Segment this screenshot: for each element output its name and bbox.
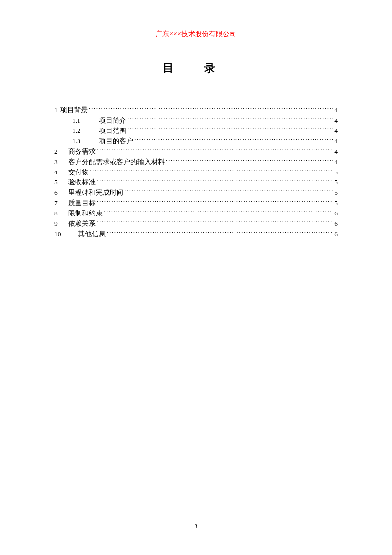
- toc-entry-label: 限制和约束: [68, 209, 103, 219]
- toc-entry-number: 5: [54, 177, 68, 188]
- toc-entry-label: 交付物: [68, 168, 89, 178]
- toc-entry-number: 4: [54, 168, 68, 178]
- toc-leader-dots: [90, 168, 333, 174]
- toc-leader-dots: [107, 230, 333, 237]
- toc-entry-label: 依赖关系: [68, 219, 96, 229]
- toc-leader-dots: [166, 157, 333, 164]
- toc-entry-number: 1.1: [72, 116, 99, 126]
- toc-leader-dots: [97, 147, 333, 154]
- toc-entry-number: 2: [54, 147, 68, 157]
- toc-entry-page: 4: [334, 147, 338, 157]
- toc-entry-page: 4: [334, 105, 338, 116]
- toc-entry-page: 5: [334, 188, 338, 198]
- toc-entry-number: 9: [54, 219, 68, 229]
- toc-entry-page: 4: [334, 116, 338, 126]
- toc-entry-label: 其他信息: [78, 229, 106, 240]
- toc-entry-page: 4: [334, 136, 338, 147]
- toc-entry-page: 5: [334, 198, 338, 209]
- toc-entry-page: 5: [334, 168, 338, 178]
- toc-entry-label: 项目简介: [99, 116, 126, 126]
- toc-entry-label: 项目范围: [99, 126, 126, 136]
- toc-entry: 6里程碑和完成时间5: [54, 188, 338, 198]
- toc-entry: 4交付物5: [54, 168, 338, 178]
- toc-entry-page: 6: [334, 219, 338, 229]
- toc-entry: 7质量目标5: [54, 198, 338, 209]
- toc-entry: 1项目背景4: [54, 105, 338, 116]
- toc-title: 目 录: [54, 61, 338, 76]
- toc-entry-number: 8: [54, 209, 68, 219]
- toc-entry-label: 验收标准: [68, 177, 96, 188]
- toc-container: 1项目背景41.1项目简介41.2项目范围41.3项目的客户42商务需求43客户…: [54, 105, 338, 240]
- toc-leader-dots: [89, 106, 333, 113]
- toc-leader-dots: [97, 199, 333, 206]
- toc-entry-label: 项目背景: [60, 105, 88, 116]
- toc-entry-label: 商务需求: [68, 147, 96, 157]
- toc-entry: 3客户分配需求或客户的输入材料4: [54, 157, 338, 168]
- toc-entry: 8限制和约束6: [54, 209, 338, 219]
- toc-entry-label: 里程碑和完成时间: [68, 188, 123, 198]
- toc-leader-dots: [104, 209, 333, 216]
- page-number: 3: [0, 522, 392, 530]
- toc-entry-number: 10: [54, 229, 78, 240]
- toc-leader-dots: [124, 188, 333, 195]
- toc-leader-dots: [97, 178, 333, 185]
- toc-entry-label: 质量目标: [68, 198, 96, 209]
- toc-entry-number: 1: [54, 105, 60, 116]
- toc-entry-number: 3: [54, 157, 68, 168]
- toc-leader-dots: [127, 126, 333, 133]
- toc-entry-number: 7: [54, 198, 68, 209]
- toc-entry-page: 6: [334, 209, 338, 219]
- toc-leader-dots: [134, 136, 333, 143]
- toc-entry-number: 1.2: [72, 126, 99, 136]
- toc-entry-page: 5: [334, 177, 338, 188]
- toc-entry-page: 6: [334, 229, 338, 240]
- toc-entry: 10其他信息6: [54, 229, 338, 240]
- toc-leader-dots: [97, 219, 333, 226]
- toc-entry: 9依赖关系6: [54, 219, 338, 229]
- toc-entry: 1.1项目简介4: [54, 116, 338, 126]
- toc-entry: 5验收标准5: [54, 177, 338, 188]
- toc-entry-label: 客户分配需求或客户的输入材料: [68, 157, 165, 168]
- toc-entry: 1.3项目的客户4: [54, 136, 338, 147]
- company-header: 广东×××技术股份有限公司: [54, 30, 338, 42]
- toc-leader-dots: [127, 116, 333, 123]
- toc-entry: 2商务需求4: [54, 147, 338, 157]
- toc-entry-page: 4: [334, 126, 338, 136]
- toc-entry-number: 1.3: [72, 136, 99, 147]
- toc-entry: 1.2项目范围4: [54, 126, 338, 136]
- toc-entry-page: 4: [334, 157, 338, 168]
- toc-entry-number: 6: [54, 188, 68, 198]
- toc-entry-label: 项目的客户: [99, 136, 133, 147]
